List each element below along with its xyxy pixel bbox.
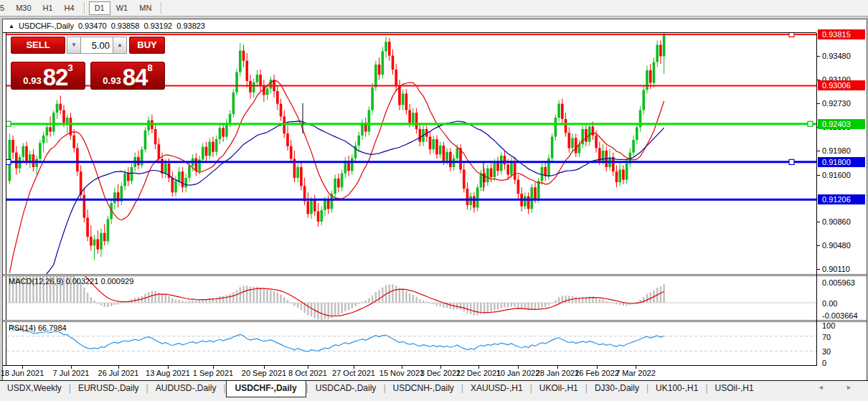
rsi-axis-label: 0 — [822, 359, 826, 367]
sell-price-big: 82 — [43, 67, 68, 88]
price-tick-label: 0.93480 — [822, 52, 851, 60]
chart-tab-usdcnh-daily[interactable]: USDCNH-,Daily — [386, 381, 461, 396]
volume-increase-icon[interactable]: ▲ — [113, 37, 127, 54]
price-tick-mark — [817, 151, 820, 151]
price-tick-label: 0.90110 — [822, 265, 850, 273]
line-handle[interactable] — [789, 33, 794, 37]
chart-tab-ukoil-h1[interactable]: UKOil-,H1 — [532, 381, 585, 396]
price-line-badge: 0.93815 — [818, 29, 865, 39]
price-tick-mark — [817, 269, 820, 270]
price-axis: 0.934800.931000.927300.923500.919800.916… — [816, 33, 867, 381]
date-label: 27 Oct 2021 — [329, 369, 379, 377]
date-label: 13 Aug 2021 — [143, 369, 193, 377]
trade-panel-collapse-icon[interactable]: ▲ — [9, 23, 14, 29]
macd-axis-zero: 0.00 — [822, 299, 837, 308]
buy-price-button[interactable]: 0.93 84 8 — [90, 62, 165, 90]
line-handle[interactable] — [789, 159, 794, 164]
rsi-axis-label: 100 — [822, 321, 835, 330]
toolbar-separator — [84, 2, 85, 14]
macd-axis-bottom: -0.003664 — [822, 311, 858, 320]
price-line-badge: 0.93006 — [818, 80, 865, 90]
date-label: 26 Jul 2021 — [93, 369, 143, 377]
sell-button[interactable]: SELL — [11, 37, 65, 54]
price-tick-label: 0.90860 — [822, 217, 851, 226]
rsi-label: RSI(14) 66.7984 — [9, 324, 67, 332]
date-label: 1 Sep 2021 — [188, 369, 238, 377]
buy-price-pip: 8 — [147, 64, 152, 72]
volume-input[interactable] — [81, 37, 113, 54]
date-label: 8 Oct 2021 — [283, 369, 333, 377]
rsi-axis-label: 30 — [822, 347, 831, 356]
chart-tab-audusd-daily[interactable]: AUDUSD-,Daily — [148, 381, 224, 396]
line-handle[interactable] — [6, 159, 11, 164]
timeframe-button-mn[interactable]: MN — [133, 1, 157, 15]
rsi-panel-plot[interactable] — [6, 322, 816, 365]
macd-axis-top: 0.005963 — [822, 278, 855, 287]
chart-title-row: ▲ USDCHF-,Daily 0.93470 0.93858 0.93192 … — [3, 19, 867, 32]
chart-tab-uk100-h1[interactable]: UK100-,H1 — [648, 381, 705, 396]
chart-tab-xauusd-h1[interactable]: XAUUSD-,H1 — [463, 381, 530, 396]
macd-label: MACD(12,26,9) 0.003221 0.000929 — [9, 277, 133, 286]
price-tick-label: 0.91600 — [822, 171, 851, 179]
sell-price-prefix: 0.93 — [23, 74, 41, 88]
price-line-badge: 0.91206 — [818, 194, 865, 204]
rsi-line — [9, 325, 664, 352]
price-line-badge: 0.92403 — [818, 119, 865, 129]
price-tick-mark — [817, 245, 820, 246]
ohlc-low: 0.93192 — [143, 22, 172, 30]
timeframe-button-w1[interactable]: W1 — [110, 1, 134, 15]
date-label: 7 Mar 2022 — [610, 369, 661, 377]
price-tick-mark — [817, 56, 820, 57]
volume-decrease-icon[interactable]: ▼ — [67, 37, 81, 54]
chart-tab-dj30-daily[interactable]: DJ30-,Daily — [588, 381, 646, 396]
price-tick-label: 0.91980 — [822, 146, 851, 155]
chart-symbol-label: USDCHF-,Daily — [19, 22, 74, 30]
date-label: 20 Sep 2021 — [239, 369, 289, 377]
tab-scroll-arrows[interactable]: ◄ ► — [818, 384, 862, 391]
price-tick-mark — [817, 175, 820, 176]
ohlc-high: 0.93858 — [111, 22, 140, 30]
chart-window: ▲ USDCHF-,Daily 0.93470 0.93858 0.93192 … — [2, 19, 867, 382]
chart-tab-usoil-h1[interactable]: USOil-,H1 — [708, 381, 761, 396]
chart-tab-bar: USDX,Weekly|EURUSD-,Daily|AUDUSD-,Daily|… — [0, 380, 868, 401]
line-handle[interactable] — [808, 121, 813, 126]
price-tick-label: 0.92730 — [822, 99, 851, 108]
chart-tab-usdchf-daily[interactable]: USDCHF-,Daily — [226, 381, 306, 397]
date-label: 7 Jul 2021 — [46, 369, 96, 377]
timeframe-button-5[interactable]: 5 — [0, 1, 10, 15]
chart-tab-eurusd-daily[interactable]: EURUSD-,Daily — [71, 381, 146, 396]
price-tick-mark — [817, 222, 820, 222]
ohlc-close: 0.93823 — [176, 22, 205, 30]
price-line-badge: 0.91800 — [818, 157, 865, 167]
timeframe-button-h1[interactable]: H1 — [37, 1, 59, 15]
buy-button[interactable]: BUY — [129, 37, 165, 54]
date-axis: 18 Jun 20217 Jul 202126 Jul 202113 Aug 2… — [3, 365, 816, 382]
timeframe-toolbar: 5M30H1H4D1W1MN — [0, 0, 868, 16]
one-click-trade-panel: SELL ▼ ▲ BUY 0.93 82 3 0.93 84 8 — [11, 37, 165, 90]
timeframe-button-m30[interactable]: M30 — [10, 1, 37, 15]
volume-spinner: ▼ ▲ — [67, 37, 127, 54]
timeframe-button-d1[interactable]: D1 — [89, 1, 110, 15]
line-handle[interactable] — [6, 121, 11, 126]
axis-border-line — [816, 33, 817, 366]
buy-price-prefix: 0.93 — [103, 74, 121, 88]
sell-price-pip: 3 — [67, 64, 72, 72]
sell-price-button[interactable]: 0.93 82 3 — [11, 62, 85, 90]
chart-tab-usdx-weekly[interactable]: USDX,Weekly — [0, 381, 69, 396]
price-tick-mark — [817, 103, 820, 104]
ohlc-open: 0.93470 — [78, 22, 107, 30]
rsi-axis-label: 70 — [822, 333, 831, 341]
timeframe-button-h4[interactable]: H4 — [59, 1, 80, 15]
buy-price-big: 84 — [123, 67, 148, 88]
ma_slow-line — [9, 121, 664, 274]
date-label: 18 Jun 2021 — [0, 369, 47, 377]
price-tick-label: 0.90480 — [822, 241, 851, 250]
toolbar-separator — [161, 2, 162, 14]
chart-tab-usdcad-daily[interactable]: USDCAD-,Daily — [308, 381, 384, 396]
